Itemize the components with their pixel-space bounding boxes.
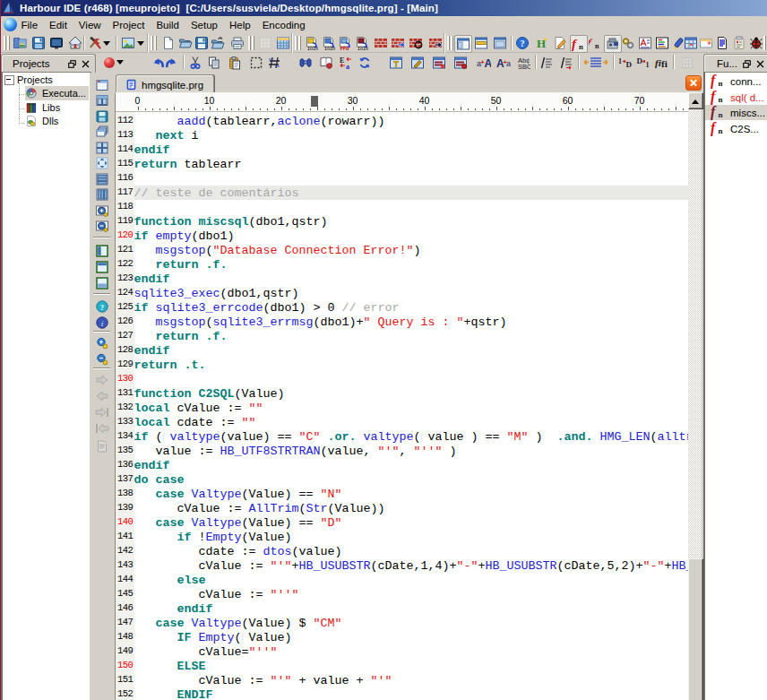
code-line-131[interactable]: 131function C2SQL(Value) <box>116 386 688 401</box>
scrollbar-thumb[interactable] <box>688 558 703 700</box>
code-line-129[interactable]: 129return .t. <box>116 358 688 372</box>
case-upper-button[interactable] <box>476 55 492 71</box>
code-line-142[interactable]: 142 cdate := dtos(value) <box>116 544 688 558</box>
cut-button[interactable] <box>187 55 203 71</box>
code-line-124[interactable]: 124sqlite3_exec(dbo1,qstr) <box>116 286 688 300</box>
bookmark-toggle-button[interactable] <box>388 55 404 71</box>
code-line-141[interactable]: 141 if !Empty(Value) <box>116 530 688 544</box>
debug-bug-button[interactable] <box>748 35 764 51</box>
pane-top-button[interactable] <box>94 259 110 275</box>
code-line-126[interactable]: 126 msgstop(sqlite3_errmsg(dbo1)+" Query… <box>116 315 688 329</box>
code-line-116[interactable]: 116 <box>116 171 688 186</box>
tree-item-libs[interactable]: Libs <box>3 101 89 116</box>
layout-full-button[interactable] <box>492 35 508 51</box>
code-line-130[interactable]: 130 <box>116 372 688 386</box>
copy-button[interactable] <box>206 55 222 71</box>
win-new-button[interactable] <box>94 77 110 93</box>
scrollbar-up-button[interactable] <box>688 92 703 109</box>
comment-remove-button[interactable] <box>558 55 574 71</box>
function-item-4[interactable]: C2S... <box>705 121 767 137</box>
compile-c-button[interactable] <box>321 35 337 51</box>
code-line-143[interactable]: 143 cValue := "'"+HB_USUBSTR(cDate,1,4)+… <box>116 558 688 573</box>
bricks-rebuild-run-button[interactable] <box>427 35 444 51</box>
toolbar-grip[interactable] <box>151 36 157 50</box>
code-line-112[interactable]: 112 aadd(tablearr,aclone(rowarr)) <box>116 114 688 128</box>
menu-file[interactable]: File <box>15 16 44 34</box>
bricks-button[interactable] <box>373 35 389 51</box>
help-button[interactable] <box>514 35 530 51</box>
win-tile-button[interactable] <box>94 140 110 156</box>
nav-next-button[interactable] <box>94 372 110 388</box>
code-line-135[interactable]: 135 value := HB_UTF8STRTRAN(value, "'", … <box>116 444 688 458</box>
nav-prev-button[interactable] <box>94 388 110 404</box>
code-line-136[interactable]: 136endif <box>116 458 688 472</box>
doc-info-button[interactable] <box>94 438 110 454</box>
project-save-button[interactable] <box>30 35 47 51</box>
grid-pale-button[interactable] <box>257 35 273 51</box>
code-line-138[interactable]: 138 case Valtype(Value) == "N" <box>116 487 688 501</box>
code-line-120[interactable]: 120if empty(dbo1) <box>116 229 688 243</box>
functions-panel-button[interactable] <box>570 35 588 53</box>
menu-encoding[interactable]: Encoding <box>256 16 311 34</box>
compile-ppo-button[interactable] <box>337 35 353 51</box>
code-line-150[interactable]: 150 ELSE <box>116 659 688 673</box>
menu-setup[interactable]: Setup <box>185 16 223 34</box>
pane-bottom-button[interactable] <box>94 275 110 291</box>
code-line-144[interactable]: 144 else <box>116 573 688 587</box>
functions-close-button[interactable] <box>754 57 766 70</box>
file-revert-button[interactable] <box>210 35 226 51</box>
build-tools-dropdown-arrow[interactable] <box>100 35 112 51</box>
compile-hrb-button[interactable] <box>304 35 320 51</box>
ruler-marker[interactable] <box>311 96 318 107</box>
function-item-1[interactable]: conn... <box>705 73 767 90</box>
project-close-button[interactable] <box>48 35 65 51</box>
about-harbour-button[interactable] <box>533 35 549 51</box>
code-line-152[interactable]: 152 ENDIF <box>116 687 688 700</box>
code-line-117[interactable]: 117// teste de comentários <box>116 186 688 200</box>
code-line-125[interactable]: 125if sqlite3_errcode(dbo1) > 0 // error <box>116 300 688 315</box>
menu-help[interactable]: Help <box>224 16 257 34</box>
projects-close-button[interactable] <box>79 57 91 70</box>
zoom-out-button[interactable] <box>94 351 110 367</box>
find-book-button[interactable] <box>318 55 334 71</box>
tree-item-executa[interactable]: Executa... <box>3 87 89 101</box>
doc-blue-button[interactable] <box>714 35 730 51</box>
select-block-button[interactable] <box>248 55 264 71</box>
bookmark-delete-button[interactable] <box>431 55 447 71</box>
home-button[interactable] <box>67 35 83 51</box>
print-button[interactable] <box>229 35 246 51</box>
code-line-134[interactable]: 134if ( valtype(value) == "C" .or. valty… <box>116 429 688 444</box>
code-line-147[interactable]: 147 case Valtype(Value) $ "CM" <box>116 616 688 630</box>
convert-1d-button[interactable] <box>616 55 633 71</box>
list-colored-button[interactable] <box>654 35 670 51</box>
toolbar-grip[interactable] <box>447 36 453 50</box>
find-button[interactable] <box>297 55 314 71</box>
workshop-button[interactable] <box>604 35 622 53</box>
gears-button[interactable] <box>620 35 636 51</box>
case-invert-button[interactable] <box>515 55 531 71</box>
file-open-button[interactable] <box>177 35 194 51</box>
code-line-146[interactable]: 146 endif <box>116 601 688 616</box>
project-open-button[interactable] <box>12 35 28 51</box>
code-line-122[interactable]: 122 return .f. <box>116 257 688 272</box>
replace-button[interactable] <box>338 55 354 71</box>
convert-fi-button[interactable] <box>653 55 669 71</box>
layout-editor-button[interactable] <box>454 35 472 53</box>
code-area[interactable]: 112 aadd(tablearr,aclone(rowarr))113 nex… <box>116 112 688 700</box>
nav-first-button[interactable] <box>94 420 110 436</box>
editor-close-button[interactable] <box>685 75 702 91</box>
nav-last-button[interactable] <box>94 404 110 420</box>
pane-left-button[interactable] <box>94 243 110 259</box>
code-line-118[interactable]: 118 <box>116 200 688 214</box>
convert-d1-button[interactable] <box>635 55 651 71</box>
tree-expander[interactable] <box>4 75 14 85</box>
code-line-145[interactable]: 145 cValue := "''" <box>116 587 688 601</box>
refresh-button[interactable] <box>357 55 373 71</box>
menu-build[interactable]: Build <box>151 16 185 34</box>
grid-blue-button[interactable] <box>275 35 291 51</box>
function-item-3[interactable]: miscs... <box>705 105 767 121</box>
code-line-128[interactable]: 128endif <box>116 343 688 358</box>
menu-view[interactable]: View <box>73 16 107 34</box>
code-line-133[interactable]: 133local cdate := "" <box>116 415 688 429</box>
image-tool-dropdown-arrow[interactable] <box>134 35 146 51</box>
